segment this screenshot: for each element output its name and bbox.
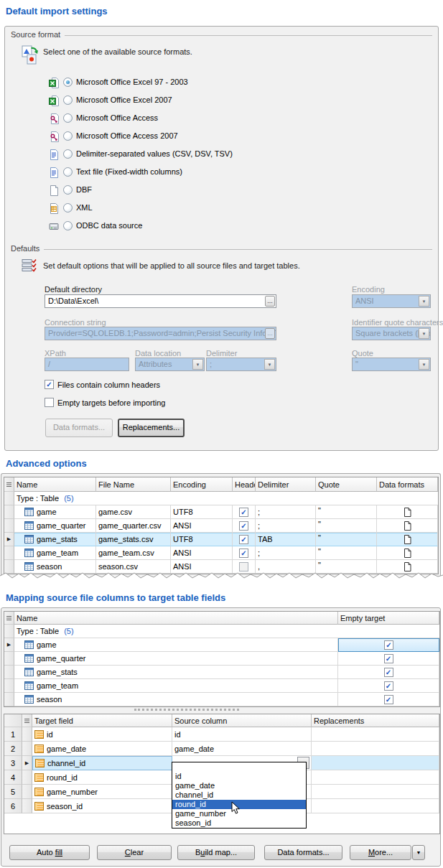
default-directory-input[interactable]: D:\Data\Excel\ ... bbox=[45, 294, 276, 308]
file-name-cell[interactable]: game_stats.csv bbox=[96, 533, 171, 546]
dropdown-item[interactable]: channel_id bbox=[172, 790, 306, 800]
file-name-cell[interactable]: game_team.csv bbox=[96, 546, 171, 560]
build-map-button[interactable]: Build map... bbox=[177, 845, 255, 860]
row-header-selected[interactable]: ▶ bbox=[4, 533, 14, 546]
dropdown-item[interactable]: id bbox=[172, 772, 306, 781]
table-row-cell[interactable]: game_quarter bbox=[14, 519, 96, 533]
radio-dbf[interactable] bbox=[63, 185, 73, 195]
data-formats-cell[interactable] bbox=[377, 533, 438, 546]
delimiter-cell[interactable]: ; bbox=[256, 546, 316, 560]
table-row-cell[interactable]: game_stats bbox=[14, 666, 338, 679]
empty-target-checkbox[interactable] bbox=[384, 654, 393, 663]
header-checkbox[interactable] bbox=[239, 521, 248, 531]
empty-target-cell[interactable] bbox=[338, 666, 439, 679]
replacements-cell[interactable] bbox=[312, 742, 439, 756]
column-header-encoding[interactable]: Encoding bbox=[171, 477, 233, 492]
header-cell[interactable] bbox=[233, 519, 256, 533]
file-name-cell[interactable]: game.csv bbox=[96, 505, 171, 519]
quote-cell[interactable]: " bbox=[316, 505, 377, 519]
empty-targets-checkbox[interactable] bbox=[45, 398, 54, 407]
empty-target-checkbox[interactable] bbox=[384, 668, 393, 677]
file-name-cell[interactable]: game_quarter.csv bbox=[96, 519, 171, 533]
dropdown-item-blank[interactable] bbox=[172, 762, 306, 772]
column-header-source-column[interactable]: Source column bbox=[172, 714, 312, 727]
row-header[interactable] bbox=[4, 492, 14, 505]
data-formats-cell[interactable] bbox=[377, 546, 438, 560]
header-cell[interactable] bbox=[233, 546, 256, 560]
radio-excel-2007[interactable] bbox=[63, 95, 73, 105]
radio-access-2007[interactable] bbox=[63, 131, 73, 141]
target-field-cell[interactable]: game_number bbox=[32, 785, 172, 799]
empty-target-cell[interactable] bbox=[338, 693, 439, 706]
row-header-selected[interactable]: ▶ bbox=[4, 638, 14, 652]
empty-target-checkbox[interactable] bbox=[384, 640, 393, 650]
column-header-file-name[interactable]: File Name bbox=[96, 477, 171, 492]
table-row-cell[interactable]: game_quarter bbox=[14, 652, 338, 666]
files-contain-headers-checkbox[interactable] bbox=[45, 380, 54, 389]
target-field-cell[interactable]: game_date bbox=[32, 742, 172, 756]
column-chooser-icon[interactable] bbox=[4, 612, 14, 625]
row-number[interactable]: 5 bbox=[4, 785, 22, 799]
replacements-cell-selected[interactable] bbox=[312, 756, 439, 770]
encoding-cell[interactable]: UTF8 bbox=[171, 505, 233, 519]
column-header-replacements[interactable]: Replacements bbox=[312, 714, 439, 727]
column-header-name[interactable]: Name bbox=[14, 612, 338, 625]
row-number[interactable]: 4 bbox=[4, 770, 22, 785]
column-header-quote[interactable]: Quote bbox=[316, 477, 377, 492]
group-row-type-table[interactable]: Type : Table(5) bbox=[14, 625, 439, 638]
group-row-type-table[interactable]: Type : Table(5) bbox=[14, 492, 438, 505]
radio-csv[interactable] bbox=[63, 149, 73, 159]
quote-cell[interactable]: " bbox=[316, 546, 377, 560]
encoding-cell[interactable]: ANSI bbox=[171, 546, 233, 560]
row-number[interactable]: 1 bbox=[4, 727, 22, 742]
replacements-cell[interactable] bbox=[312, 727, 439, 742]
row-number[interactable]: 2 bbox=[4, 742, 22, 756]
radio-odbc[interactable] bbox=[63, 221, 73, 230]
data-formats-cell[interactable] bbox=[377, 519, 438, 533]
clear-button[interactable]: Clear bbox=[97, 845, 172, 860]
header-cell[interactable] bbox=[233, 533, 256, 546]
replacements-cell[interactable] bbox=[312, 785, 439, 799]
empty-target-checkbox[interactable] bbox=[384, 681, 393, 691]
replacements-button[interactable]: Replacements... bbox=[118, 419, 185, 437]
replacements-cell[interactable] bbox=[312, 770, 439, 785]
table-row-cell[interactable]: game bbox=[14, 505, 96, 519]
quote-cell[interactable]: " bbox=[316, 519, 377, 533]
table-row-cell[interactable]: game_team bbox=[14, 546, 96, 560]
source-column-cell[interactable]: game_date bbox=[172, 742, 312, 756]
radio-excel-97-2003[interactable] bbox=[63, 78, 73, 87]
dropdown-item[interactable]: season_id bbox=[172, 818, 306, 828]
row-header[interactable] bbox=[4, 625, 14, 638]
target-field-cell-selected[interactable]: channel_id bbox=[32, 756, 172, 770]
column-chooser-icon[interactable] bbox=[4, 477, 14, 492]
replacements-cell[interactable] bbox=[312, 799, 439, 813]
auto-fill-button[interactable]: Auto fill bbox=[9, 845, 90, 860]
row-number[interactable]: 3 bbox=[4, 756, 22, 770]
column-header-target-field[interactable]: Target field bbox=[32, 714, 172, 727]
row-header[interactable] bbox=[4, 679, 14, 693]
splitter-handle[interactable] bbox=[134, 709, 239, 711]
encoding-cell[interactable]: UTF8 bbox=[171, 533, 233, 546]
row-number[interactable]: 6 bbox=[4, 799, 22, 813]
browse-button[interactable]: ... bbox=[265, 296, 275, 307]
more-button[interactable]: More... bbox=[350, 845, 411, 860]
delimiter-cell[interactable]: ; bbox=[256, 505, 316, 519]
empty-target-cell[interactable] bbox=[338, 652, 439, 666]
row-header[interactable] bbox=[4, 666, 14, 679]
column-chooser-icon[interactable] bbox=[22, 714, 32, 727]
dropdown-item[interactable]: game_date bbox=[172, 781, 306, 790]
column-header-data-formats[interactable]: Data formats bbox=[377, 477, 438, 492]
radio-xml[interactable] bbox=[63, 203, 73, 213]
header-checkbox[interactable] bbox=[239, 535, 248, 544]
header-checkbox[interactable] bbox=[239, 549, 248, 558]
row-header[interactable] bbox=[4, 693, 14, 706]
column-header-delimiter[interactable]: Delimiter bbox=[256, 477, 316, 492]
row-header[interactable] bbox=[4, 519, 14, 533]
header-checkbox[interactable] bbox=[239, 562, 248, 571]
delimiter-cell[interactable]: TAB bbox=[256, 533, 316, 546]
empty-target-cell-selected[interactable] bbox=[338, 638, 439, 652]
data-formats-cell[interactable] bbox=[377, 505, 438, 519]
target-field-cell[interactable]: id bbox=[32, 727, 172, 742]
more-dropdown-arrow-button[interactable]: ▼ bbox=[412, 845, 425, 860]
row-header[interactable] bbox=[4, 546, 14, 560]
